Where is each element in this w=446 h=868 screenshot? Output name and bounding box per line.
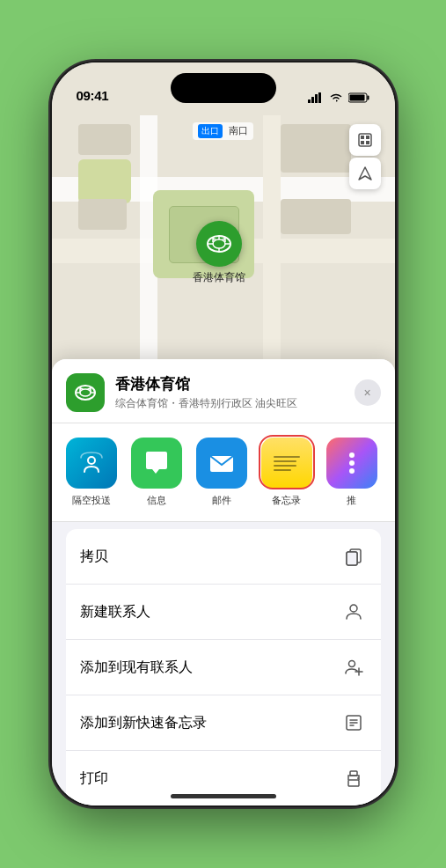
home-indicator xyxy=(171,794,276,798)
status-time: 09:41 xyxy=(77,88,109,103)
action-item-copy[interactable]: 拷贝 xyxy=(66,529,381,585)
dynamic-island xyxy=(171,73,276,103)
svg-point-31 xyxy=(88,457,95,464)
pin-label: 香港体育馆 xyxy=(193,270,245,285)
battery-icon xyxy=(348,92,370,103)
svg-point-36 xyxy=(350,605,357,612)
person-add-icon xyxy=(340,654,367,680)
phone-screen: 09:41 xyxy=(52,63,395,805)
stadium-pin[interactable]: 香港体育馆 xyxy=(193,221,245,285)
status-icons xyxy=(308,92,370,103)
share-item-notes[interactable]: 备忘录 xyxy=(261,438,312,507)
printer-icon xyxy=(340,765,367,791)
bottom-sheet: 香港体育馆 综合体育馆・香港特别行政区 油尖旺区 × 隔空投 xyxy=(52,359,395,805)
svg-point-37 xyxy=(348,661,355,667)
copy-label: 拷贝 xyxy=(80,548,108,566)
stadium-icon xyxy=(205,230,233,258)
quick-note-label: 添加到新快速备忘录 xyxy=(80,714,207,732)
pin-circle xyxy=(196,221,242,267)
venue-sub: 综合体育馆・香港特别行政区 油尖旺区 xyxy=(115,396,355,411)
svg-marker-22 xyxy=(359,167,371,180)
phone-frame: 09:41 xyxy=(52,63,395,805)
more-icon-wrap xyxy=(326,438,377,489)
venue-name: 香港体育馆 xyxy=(115,374,355,394)
svg-rect-0 xyxy=(308,99,311,103)
svg-rect-44 xyxy=(348,780,359,786)
location-button[interactable] xyxy=(349,158,381,189)
svg-rect-18 xyxy=(361,136,364,139)
share-item-message[interactable]: 信息 xyxy=(131,438,182,507)
mail-icon-wrap xyxy=(196,438,247,489)
new-contact-label: 新建联系人 xyxy=(80,603,150,622)
action-item-new-contact[interactable]: 新建联系人 xyxy=(66,585,381,640)
action-item-quick-note[interactable]: 添加到新快速备忘录 xyxy=(66,695,381,751)
note-icon xyxy=(340,710,367,736)
sheet-header: 香港体育馆 综合体育馆・香港特别行政区 油尖旺区 × xyxy=(52,359,395,423)
copy-icon xyxy=(340,543,367,570)
signal-icon xyxy=(308,92,324,103)
share-item-mail[interactable]: 邮件 xyxy=(196,438,247,507)
action-list: 拷贝 新建联系人 xyxy=(66,529,381,805)
print-label: 打印 xyxy=(80,769,108,788)
airdrop-label: 隔空投送 xyxy=(72,494,111,507)
map-layers-icon xyxy=(356,131,374,149)
venue-info: 香港体育馆 综合体育馆・香港特别行政区 油尖旺区 xyxy=(115,374,355,411)
action-item-add-contact[interactable]: 添加到现有联系人 xyxy=(66,640,381,695)
more-dots xyxy=(349,452,355,474)
airdrop-icon xyxy=(77,449,106,477)
wifi-icon xyxy=(329,92,343,103)
svg-rect-6 xyxy=(349,95,364,101)
map-label-prefix: 出口 xyxy=(198,124,223,138)
svg-rect-45 xyxy=(350,771,357,776)
notes-icon-wrap xyxy=(261,438,312,489)
more-label: 推 xyxy=(347,494,356,507)
svg-rect-21 xyxy=(366,141,369,144)
svg-rect-20 xyxy=(361,141,364,144)
person-icon xyxy=(340,599,367,625)
location-arrow-icon xyxy=(357,166,373,181)
map-type-button[interactable] xyxy=(349,124,381,156)
mail-label: 邮件 xyxy=(212,494,231,507)
message-icon xyxy=(142,448,172,478)
svg-rect-35 xyxy=(347,552,357,565)
venue-stadium-icon xyxy=(73,380,98,405)
svg-rect-19 xyxy=(366,136,369,139)
map-controls xyxy=(349,124,381,189)
svg-rect-3 xyxy=(318,92,321,103)
svg-rect-2 xyxy=(315,94,318,103)
venue-icon xyxy=(66,373,105,412)
svg-point-8 xyxy=(213,239,225,248)
map-south-gate-label: 出口 南口 xyxy=(193,122,253,140)
notes-lines xyxy=(267,447,307,480)
share-row: 隔空投送 信息 xyxy=(52,423,395,522)
svg-point-24 xyxy=(80,389,91,396)
mail-icon xyxy=(207,448,237,478)
share-item-more[interactable]: 推 xyxy=(326,438,377,507)
airdrop-icon-wrap xyxy=(66,438,117,489)
sheet-close-button[interactable]: × xyxy=(355,379,381,406)
svg-point-46 xyxy=(357,777,359,779)
svg-rect-1 xyxy=(311,97,314,103)
svg-rect-5 xyxy=(367,96,369,100)
notes-label: 备忘录 xyxy=(272,494,301,507)
add-contact-label: 添加到现有联系人 xyxy=(80,658,193,677)
message-label: 信息 xyxy=(147,494,166,507)
message-icon-wrap xyxy=(131,438,182,489)
share-item-airdrop[interactable]: 隔空投送 xyxy=(66,438,117,507)
